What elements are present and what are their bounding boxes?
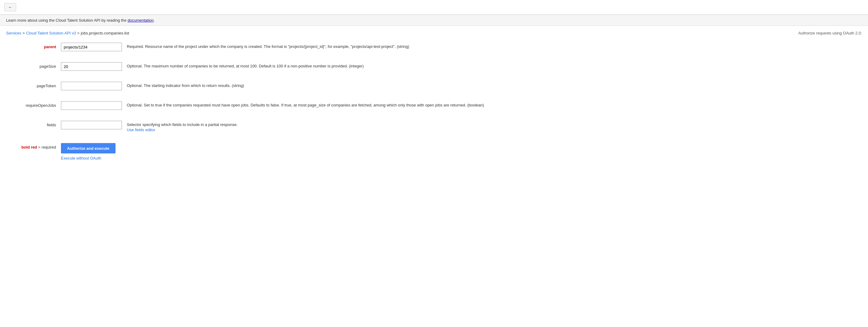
field-description-fields: Selector specifying which fields to incl… bbox=[122, 121, 862, 132]
breadcrumb-api-link[interactable]: Cloud Talent Solution API v3 bbox=[26, 31, 76, 35]
authorize-execute-button[interactable]: Authorize and execute bbox=[61, 143, 116, 153]
pagesize-input[interactable] bbox=[61, 62, 122, 71]
legend-label: bold red = required bbox=[6, 143, 61, 149]
legend-and-buttons-row: bold red = required Authorize and execut… bbox=[6, 141, 862, 163]
field-row-parent: parent Required. Resource name of the pr… bbox=[6, 40, 862, 54]
field-input-requireopenjobs bbox=[61, 101, 122, 110]
breadcrumb-separator-2: > bbox=[77, 31, 80, 35]
breadcrumb-separator-1: > bbox=[23, 31, 25, 35]
fields-description-text: Selector specifying which fields to incl… bbox=[127, 122, 238, 127]
field-input-parent bbox=[61, 43, 122, 51]
field-description-parent: Required. Resource name of the project u… bbox=[122, 43, 862, 49]
breadcrumb-current: jobs.projects.companies.list bbox=[81, 31, 129, 35]
field-label-fields: fields bbox=[6, 121, 61, 127]
field-description-pagesize: Optional. The maximum number of companie… bbox=[122, 62, 862, 68]
breadcrumb-left: Services > Cloud Talent Solution API v3 … bbox=[6, 31, 129, 35]
field-description-requireopenjobs: Optional. Set to true if the companies r… bbox=[122, 101, 862, 108]
pagetoken-input[interactable] bbox=[61, 82, 122, 90]
field-row-fields: fields Selector specifying which fields … bbox=[6, 118, 862, 135]
requireopenjobs-input[interactable] bbox=[61, 101, 122, 110]
fields-input[interactable] bbox=[61, 121, 122, 129]
field-description-pagetoken: Optional. The starting indicator from wh… bbox=[122, 82, 862, 88]
field-row-pagesize: pageSize Optional. The maximum number of… bbox=[6, 60, 862, 73]
back-button[interactable]: ← bbox=[4, 3, 16, 11]
legend-required-text: required bbox=[41, 145, 56, 149]
banner-text: Learn more about using the Cloud Talent … bbox=[6, 18, 128, 23]
execute-without-oauth-link[interactable]: Execute without OAuth bbox=[61, 156, 101, 160]
info-banner: Learn more about using the Cloud Talent … bbox=[0, 14, 868, 26]
field-label-parent: parent bbox=[6, 43, 61, 49]
legend-bold-red: bold red bbox=[21, 145, 37, 149]
form-container: parent Required. Resource name of the pr… bbox=[0, 40, 868, 178]
field-input-fields bbox=[61, 121, 122, 129]
field-label-pagetoken: pageToken bbox=[6, 82, 61, 88]
field-row-requireopenjobs: requireOpenJobs Optional. Set to true if… bbox=[6, 99, 862, 112]
field-label-pagesize: pageSize bbox=[6, 62, 61, 69]
banner-text-end: . bbox=[154, 18, 155, 23]
breadcrumb-services-link[interactable]: Services bbox=[6, 31, 21, 35]
top-bar: ← bbox=[0, 0, 868, 14]
breadcrumb: Services > Cloud Talent Solution API v3 … bbox=[0, 26, 868, 40]
legend-equals: = bbox=[38, 145, 41, 149]
parent-input[interactable] bbox=[61, 43, 122, 51]
field-label-requireopenjobs: requireOpenJobs bbox=[6, 101, 61, 108]
actions-column: Authorize and execute Execute without OA… bbox=[61, 143, 116, 160]
oauth-label: Authorize requests using OAuth 2.0: bbox=[798, 31, 862, 35]
documentation-link[interactable]: documentation bbox=[128, 18, 154, 23]
field-input-pagetoken bbox=[61, 82, 122, 90]
field-row-pagetoken: pageToken Optional. The starting indicat… bbox=[6, 79, 862, 93]
field-input-pagesize bbox=[61, 62, 122, 71]
use-fields-editor-link[interactable]: Use fields editor bbox=[127, 127, 862, 132]
